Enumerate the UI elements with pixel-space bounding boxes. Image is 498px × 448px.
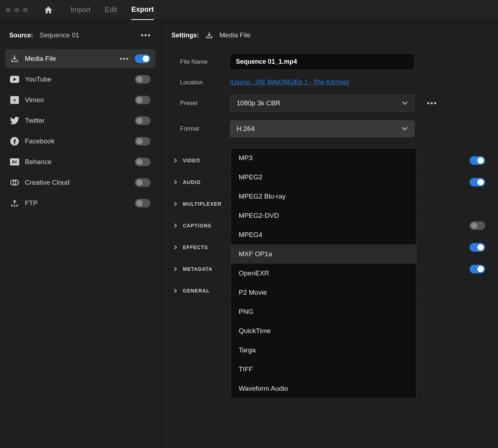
workspace-tabs: Import Edit Export [70,0,154,20]
twitter-icon [10,117,19,125]
youtube-icon [10,76,19,83]
destination-label: Facebook [25,137,129,145]
destination-media-file[interactable]: Media File••• [5,49,155,68]
vimeo-icon: v [10,96,19,104]
file-name-input[interactable] [230,53,415,70]
destination-label: YouTube [25,75,129,83]
destination-toggle[interactable] [135,178,150,187]
accordion-label: MULTIPLEXER [183,201,222,207]
format-option[interactable]: P2 Movie [231,283,416,302]
svg-text:v: v [13,97,16,103]
destination-more-button[interactable]: ••• [120,55,129,63]
settings-header: Settings: Media File [171,28,487,49]
accordion-label: EFFECTS [183,244,208,250]
destination-twitter[interactable]: Twitter [5,111,155,130]
location-label: Location [180,79,223,86]
destination-toggle[interactable] [135,116,150,125]
tab-import[interactable]: Import [70,0,91,20]
preset-more-button[interactable]: ••• [427,99,437,108]
main-area: Source: Sequence 01 ••• Media File•••You… [0,20,498,448]
destination-facebook[interactable]: Facebook [5,132,155,151]
accordion-label: METADATA [183,266,212,272]
titlebar: Import Edit Export [0,0,498,20]
format-option[interactable]: MP3 [231,148,416,168]
format-option[interactable]: QuickTime [231,321,416,341]
accordion-toggle[interactable] [470,265,485,273]
destination-toggle[interactable] [135,137,150,146]
behance-icon: Bē [10,158,19,165]
preset-label: Preset [180,100,223,107]
format-option[interactable]: MPEG4 [231,225,416,244]
destination-toggle[interactable] [135,54,150,63]
format-select[interactable]: H.264 [230,120,415,137]
destination-cc[interactable]: Creative Cloud [5,173,155,192]
maximize-window-icon[interactable] [23,7,28,12]
tab-export[interactable]: Export [131,0,154,20]
source-row: Source: Sequence 01 ••• [5,28,155,49]
destination-behance[interactable]: BēBehance [5,152,155,172]
format-row: Format H.264 [171,116,487,142]
destination-toggle[interactable] [135,96,150,104]
chevron-down-icon [402,127,408,131]
format-dropdown-list[interactable]: MP3MPEG2MPEG2 Blu-rayMPEG2-DVDMPEG4MXF O… [231,148,416,398]
preset-value: 1080p 3k CBR [237,99,281,107]
format-label: Format [180,125,223,132]
settings-label: Settings: [171,32,199,39]
ftp-icon [10,199,19,207]
accordion-toggle[interactable] [470,243,485,252]
accordion-toggle[interactable] [470,156,485,165]
format-option[interactable]: Waveform Audio [231,379,416,398]
destination-toggle[interactable] [135,75,150,84]
close-window-icon[interactable] [6,7,11,12]
accordion-label: VIDEO [183,158,200,163]
home-button[interactable] [41,6,55,14]
source-label: Source: [9,32,33,39]
destination-youtube[interactable]: YouTube [5,70,155,89]
format-option[interactable]: MPEG2-DVD [231,206,416,225]
destination-label: Vimeo [25,96,129,104]
format-option[interactable]: PNG [231,302,416,321]
accordion-toggle[interactable] [470,221,485,230]
accordion-toggle[interactable] [470,178,485,186]
destination-toggle[interactable] [135,199,150,207]
source-more-button[interactable]: ••• [141,31,151,39]
destination-ftp[interactable]: FTP [5,194,155,213]
file-name-row: File Name [171,49,487,74]
settings-panel: Settings: Media File File Name Location … [161,20,498,448]
settings-destination-name: Media File [219,31,251,39]
format-option[interactable]: MXF OP1a [231,244,416,264]
destination-list: Media File•••YouTubevVimeoTwitterFaceboo… [5,49,155,213]
home-icon [44,6,53,14]
download-icon [205,31,213,39]
format-option[interactable]: TIFF [231,360,416,379]
format-option[interactable]: Targa [231,341,416,360]
format-option[interactable]: MPEG2 [231,168,416,187]
minimize-window-icon[interactable] [14,7,19,12]
destination-label: Media File [25,55,114,63]
chevron-right-icon [174,158,177,163]
format-option[interactable]: OpenEXR [231,264,416,283]
accordion-label: AUDIO [183,179,201,185]
download-icon [10,54,19,63]
destination-vimeo[interactable]: vVimeo [5,90,155,110]
accordion-label: GENERAL [183,288,210,294]
format-dropdown: MP3MPEG2MPEG2 Blu-rayMPEG2-DVDMPEG4MXF O… [231,148,417,399]
destination-label: Behance [25,158,129,166]
chevron-right-icon [174,201,177,206]
file-name-label: File Name [180,58,223,65]
chevron-down-icon [402,101,408,105]
location-link[interactable]: /Users/...VIE MAKING/Ep 1 - The Kitchen/ [230,79,349,86]
svg-text:Bē: Bē [12,160,17,164]
tab-edit[interactable]: Edit [105,0,117,20]
chevron-right-icon [174,267,177,272]
location-row: Location /Users/...VIE MAKING/Ep 1 - The… [171,74,487,90]
chevron-right-icon [174,245,177,250]
destinations-panel: Source: Sequence 01 ••• Media File•••You… [0,20,161,448]
preset-select[interactable]: 1080p 3k CBR [230,95,415,112]
chevron-right-icon [174,180,177,185]
format-option[interactable]: MPEG2 Blu-ray [231,187,416,206]
facebook-icon [10,137,19,146]
source-name[interactable]: Sequence 01 [39,31,79,39]
destination-toggle[interactable] [135,158,150,166]
preset-row: Preset 1080p 3k CBR ••• [171,90,487,116]
